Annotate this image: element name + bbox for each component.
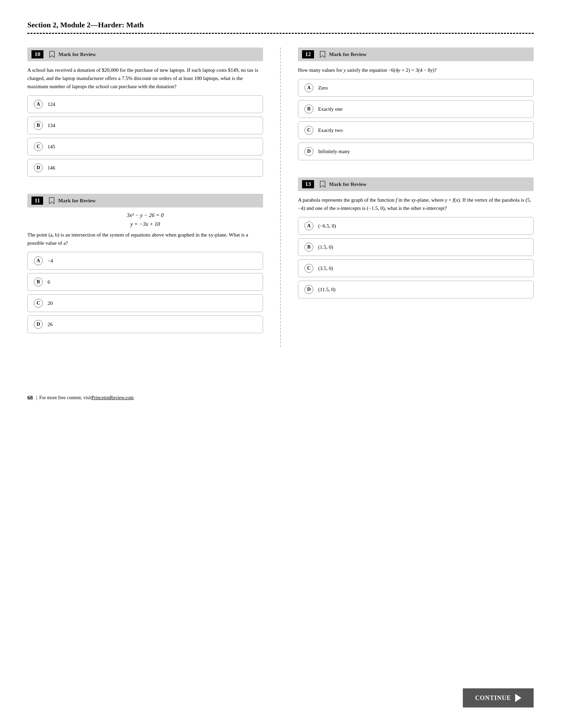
continue-label: CONTINUE bbox=[475, 695, 511, 702]
question-12: 12 Mark for Review How many values for y… bbox=[298, 48, 534, 160]
mark-for-review-label-12[interactable]: Mark for Review bbox=[329, 52, 367, 57]
question-13-header: 13 Mark for Review bbox=[298, 177, 534, 191]
question-13-text: A parabola represents the graph of the f… bbox=[298, 196, 534, 212]
question-11-math1: 3x² − y − 26 = 0 bbox=[27, 212, 263, 218]
question-11-header: 11 Mark for Review bbox=[27, 194, 263, 207]
question-12-options: A Zero B Exactly one C Exactly two D Inf… bbox=[298, 79, 534, 160]
page-title: Section 2, Module 2—Harder: Math bbox=[27, 21, 534, 29]
bookmark-icon[interactable] bbox=[49, 51, 55, 58]
option-13-d[interactable]: D (11.5, 0) bbox=[298, 281, 534, 298]
bookmark-icon-13[interactable] bbox=[319, 180, 326, 188]
option-13-c[interactable]: C (3.5, 0) bbox=[298, 259, 534, 277]
question-10-options: A 124 B 134 C 145 D 146 bbox=[27, 95, 263, 177]
option-11-c[interactable]: C 20 bbox=[27, 294, 263, 312]
question-12-number: 12 bbox=[302, 50, 314, 58]
mark-for-review-label-13[interactable]: Mark for Review bbox=[329, 181, 367, 187]
option-13-a[interactable]: A (−6.5, 0) bbox=[298, 217, 534, 235]
bookmark-icon-12[interactable] bbox=[319, 51, 326, 58]
pipe-separator: | bbox=[36, 395, 37, 401]
question-11: 11 Mark for Review 3x² − y − 26 = 0 y = … bbox=[27, 194, 263, 333]
question-11-number: 11 bbox=[31, 197, 43, 205]
footer: 68 | For more free content, visit Prince… bbox=[27, 395, 534, 401]
question-13-number: 13 bbox=[302, 180, 314, 188]
option-10-a[interactable]: A 124 bbox=[27, 95, 263, 113]
option-11-a[interactable]: A −4 bbox=[27, 252, 263, 270]
question-13: 13 Mark for Review A parabola represents… bbox=[298, 177, 534, 298]
footer-page-number: 68 bbox=[27, 395, 33, 401]
question-10-header: 10 Mark for Review bbox=[27, 48, 263, 61]
question-11-options: A −4 B 6 C 20 D 26 bbox=[27, 252, 263, 333]
question-12-text: How many values for y satisfy the equati… bbox=[298, 66, 534, 74]
option-10-b[interactable]: B 134 bbox=[27, 117, 263, 134]
option-12-b[interactable]: B Exactly one bbox=[298, 100, 534, 118]
option-12-d[interactable]: D Infinitely many bbox=[298, 143, 534, 160]
question-12-header: 12 Mark for Review bbox=[298, 48, 534, 61]
footer-link[interactable]: PrincetonReview.com bbox=[92, 395, 134, 401]
question-11-text: The point (a, b) is an intersection of t… bbox=[27, 231, 263, 247]
option-12-c[interactable]: C Exactly two bbox=[298, 121, 534, 139]
left-column: 10 Mark for Review A school has received… bbox=[27, 48, 281, 347]
bookmark-icon-11[interactable] bbox=[49, 197, 55, 204]
option-12-a[interactable]: A Zero bbox=[298, 79, 534, 97]
option-11-b[interactable]: B 6 bbox=[27, 273, 263, 291]
mark-for-review-label[interactable]: Mark for Review bbox=[58, 52, 96, 57]
footer-text: For more free content, visit bbox=[39, 395, 92, 401]
continue-button[interactable]: CONTINUE bbox=[463, 688, 534, 707]
arrow-right-icon bbox=[515, 694, 521, 702]
option-11-d[interactable]: D 26 bbox=[27, 315, 263, 333]
question-11-math2: y = −3x + 10 bbox=[27, 221, 263, 227]
question-10-text: A school has received a donation of $20,… bbox=[27, 66, 263, 91]
option-10-c[interactable]: C 145 bbox=[27, 138, 263, 156]
right-column: 12 Mark for Review How many values for y… bbox=[281, 48, 534, 347]
question-10: 10 Mark for Review A school has received… bbox=[27, 48, 263, 177]
option-13-b[interactable]: B (1.5, 0) bbox=[298, 238, 534, 256]
section-divider bbox=[27, 33, 534, 34]
mark-for-review-label-11[interactable]: Mark for Review bbox=[58, 198, 96, 204]
option-10-d[interactable]: D 146 bbox=[27, 159, 263, 177]
question-13-options: A (−6.5, 0) B (1.5, 0) C (3.5, 0) D (11.… bbox=[298, 217, 534, 298]
question-10-number: 10 bbox=[31, 50, 43, 58]
